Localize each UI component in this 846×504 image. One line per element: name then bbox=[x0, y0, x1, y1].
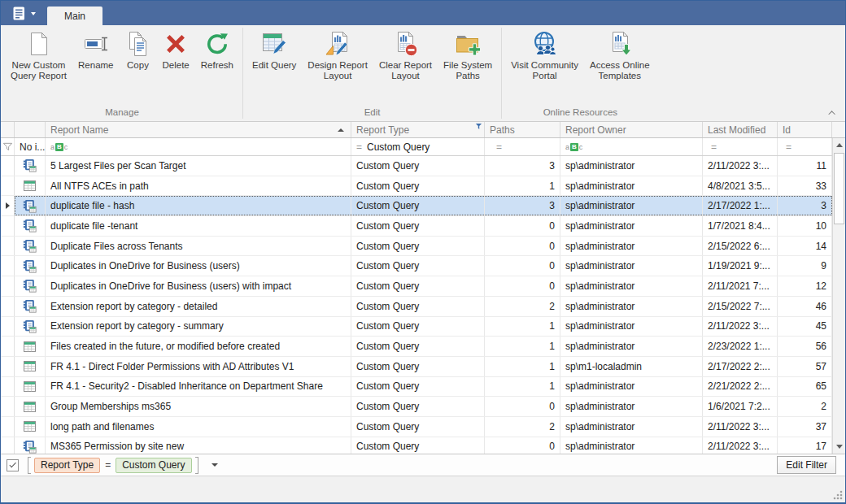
active-filter-funnel-icon[interactable] bbox=[475, 123, 482, 130]
ribbon-button-label: New Custom Query Report bbox=[11, 60, 67, 81]
table-row[interactable]: Files created in the future, or modified… bbox=[1, 337, 832, 357]
report-icon-cell bbox=[15, 196, 46, 215]
refresh-button[interactable]: Refresh bbox=[195, 28, 239, 106]
table-row[interactable]: Extension report by category - detailedC… bbox=[1, 297, 832, 317]
header-scrollbar-spacer bbox=[832, 122, 845, 137]
resize-grip-icon[interactable] bbox=[832, 489, 843, 500]
filter-last-modified-cell[interactable]: = bbox=[703, 138, 778, 155]
cell-report-type: Custom Query bbox=[351, 437, 485, 454]
cell-report-name: All NTFS ACEs in path bbox=[46, 176, 351, 196]
checkmark-icon bbox=[9, 461, 15, 467]
access-online-templates-button[interactable]: Access Online Templates bbox=[584, 28, 656, 106]
filter-dropdown-caret[interactable] bbox=[212, 463, 218, 467]
table-row[interactable]: Duplicates in OneDrive for Business (use… bbox=[1, 276, 832, 297]
cell-paths: 1 bbox=[485, 377, 560, 397]
scrollbar-thumb[interactable] bbox=[834, 153, 844, 224]
row-indicator-cell bbox=[1, 237, 15, 256]
refresh-icon bbox=[204, 31, 230, 57]
cell-last-modified: 4/8/2021 3:5... bbox=[703, 176, 778, 196]
cell-report-owner: sp\administrator bbox=[560, 317, 703, 337]
cell-paths: 0 bbox=[485, 437, 560, 454]
table-row[interactable]: duplicate file - hashCustom Query3sp\adm… bbox=[1, 196, 832, 216]
row-indicator-cell bbox=[1, 176, 15, 196]
table-row[interactable]: Duplicate Files across TenantsCustom Que… bbox=[1, 237, 832, 257]
column-label-paths: Paths bbox=[490, 124, 515, 136]
column-header-paths[interactable]: Paths bbox=[485, 122, 560, 137]
app-menu-button[interactable] bbox=[11, 6, 36, 21]
filter-value-chip[interactable]: Custom Query bbox=[116, 458, 191, 473]
cell-last-modified: 2/23/2022 1:... bbox=[703, 337, 778, 356]
table-row[interactable]: long path and filenamesCustom Query2sp\a… bbox=[1, 417, 832, 437]
file-system-paths-button[interactable]: File System Paths bbox=[438, 28, 498, 106]
report-icon-cell bbox=[15, 417, 46, 437]
table-row[interactable]: MS365 Permission by site newCustom Query… bbox=[1, 437, 832, 454]
cell-report-owner: sp\administrator bbox=[560, 276, 703, 296]
table-row[interactable]: Duplicates in OneDrive for Business (use… bbox=[1, 256, 832, 276]
visit-community-portal-button[interactable]: Visit Community Portal bbox=[505, 28, 584, 106]
cell-report-owner: sp\administrator bbox=[560, 156, 703, 176]
cell-report-name: Extension report by category - detailed bbox=[46, 297, 351, 316]
cell-paths: 0 bbox=[485, 237, 560, 256]
cell-report-type: Custom Query bbox=[351, 377, 485, 397]
column-header-last-modified[interactable]: Last Modified bbox=[703, 122, 778, 137]
cell-id: 46 bbox=[778, 297, 832, 316]
filter-id-cell[interactable]: = bbox=[778, 138, 832, 155]
table-row[interactable]: FR 4.1 - Direct Folder Permissions with … bbox=[1, 357, 832, 377]
cell-id: 3 bbox=[778, 196, 832, 215]
tab-main[interactable]: Main bbox=[47, 7, 102, 25]
cell-paths: 2 bbox=[485, 297, 560, 316]
query-report-icon bbox=[23, 319, 37, 333]
table-row[interactable]: All NTFS ACEs in pathCustom Query1sp\adm… bbox=[1, 176, 832, 197]
table-row[interactable]: duplicate file -tenantCustom Query0sp\ad… bbox=[1, 216, 832, 237]
vertical-scrollbar[interactable] bbox=[832, 138, 845, 454]
row-indicator-cell bbox=[1, 437, 15, 454]
clear-report-layout-button[interactable]: Clear Report Layout bbox=[373, 28, 438, 106]
column-header-report-type[interactable]: Report Type bbox=[351, 122, 485, 137]
filter-icon-column-cell[interactable]: No i... bbox=[15, 138, 46, 155]
delete-button[interactable]: Delete bbox=[157, 28, 195, 106]
table-row[interactable]: FR 4.1 - Security2 - Disabled Inheritanc… bbox=[1, 377, 832, 398]
column-header-report-name[interactable]: Report Name bbox=[46, 122, 351, 137]
filter-paths-cell[interactable]: = bbox=[485, 138, 560, 155]
cell-report-owner: sp\administrator bbox=[560, 216, 703, 236]
design-report-layout-button[interactable]: Design Report Layout bbox=[302, 28, 373, 106]
filter-field-chip[interactable]: Report Type bbox=[34, 458, 100, 473]
cell-id: 45 bbox=[778, 317, 832, 337]
filter-operator[interactable]: = bbox=[105, 459, 111, 471]
report-icon-cell bbox=[15, 256, 46, 276]
filter-report-type-cell[interactable]: = Custom Query bbox=[351, 138, 485, 155]
filter-report-name-cell[interactable]: aBc bbox=[46, 138, 351, 155]
table-row[interactable]: 5 Largest Files per Scan TargetCustom Qu… bbox=[1, 156, 832, 176]
cell-last-modified: 1/6/2021 7:2... bbox=[703, 397, 778, 416]
filter-report-owner-cell[interactable]: aBc bbox=[560, 138, 703, 155]
cell-last-modified: 1/7/2021 8:4... bbox=[703, 216, 778, 236]
cell-id: 37 bbox=[778, 417, 832, 437]
equals-operator-icon: = bbox=[786, 141, 791, 153]
table-row[interactable]: Group Memberships ms365Custom Query0sp\a… bbox=[1, 397, 832, 417]
report-icon-cell bbox=[15, 237, 46, 256]
chevron-up-icon bbox=[828, 111, 835, 117]
filter-icon-column-text: No i... bbox=[20, 141, 45, 153]
new-document-icon bbox=[26, 31, 52, 57]
scroll-down-button[interactable] bbox=[833, 440, 845, 454]
column-header-report-owner[interactable]: Report Owner bbox=[560, 122, 703, 137]
new-custom-query-report-button[interactable]: New Custom Query Report bbox=[5, 28, 72, 106]
ribbon-button-label: Copy bbox=[127, 60, 149, 71]
cell-report-owner: sp\administrator bbox=[560, 437, 703, 454]
column-header-id[interactable]: Id bbox=[778, 122, 832, 137]
copy-button[interactable]: Copy bbox=[120, 28, 157, 106]
scrollbar-track[interactable] bbox=[833, 152, 845, 440]
table-row[interactable]: Extension report by category - summaryCu… bbox=[1, 317, 832, 337]
report-icon-cell bbox=[15, 317, 46, 337]
equals-operator-icon: = bbox=[711, 141, 717, 153]
edit-filter-button[interactable]: Edit Filter bbox=[777, 456, 836, 474]
filter-enabled-checkbox[interactable] bbox=[7, 459, 19, 471]
cell-paths: 3 bbox=[485, 196, 560, 215]
cell-paths: 1 bbox=[485, 317, 560, 337]
ribbon-collapse-button[interactable] bbox=[827, 108, 839, 118]
rename-button[interactable]: Rename bbox=[72, 28, 119, 106]
scroll-up-button[interactable] bbox=[833, 138, 845, 152]
edit-query-button[interactable]: Edit Query bbox=[246, 28, 302, 106]
cell-id: 17 bbox=[778, 437, 832, 454]
report-icon-cell bbox=[15, 176, 46, 196]
